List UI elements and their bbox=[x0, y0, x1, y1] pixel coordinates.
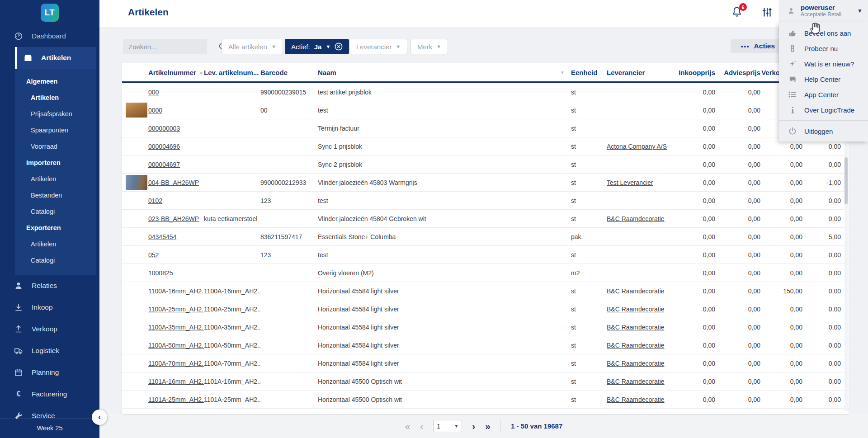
sidebar-subitem-artikelen[interactable]: Artikelen bbox=[15, 89, 96, 106]
user-menu-button[interactable]: poweruser Acceptatie Retail ▼ bbox=[779, 0, 868, 22]
search-input[interactable] bbox=[128, 43, 218, 51]
supplier-link[interactable]: B&C Raamdecoratie bbox=[607, 324, 665, 331]
table-row[interactable]: 1100A-70mm_AH2...1100A-70mm_AH2...Horizo… bbox=[122, 354, 849, 372]
clear-filter-icon[interactable] bbox=[335, 42, 343, 51]
table-row[interactable]: 1100A-25mm_AH2...1100A-25mm_AH2...Horizo… bbox=[122, 300, 849, 318]
sidebar-section-header: Importeren bbox=[15, 155, 96, 171]
article-number-link[interactable]: 1101A-25mm_AH2... bbox=[148, 396, 204, 403]
article-number-link[interactable]: 1100A-16mm_AH2... bbox=[148, 287, 204, 295]
supplier-link[interactable]: B&C Raamdecoratie bbox=[607, 360, 665, 367]
column-header-lev[interactable]: Lev. artikelnum... bbox=[204, 69, 260, 76]
sidebar-item-relaties[interactable]: Relaties bbox=[0, 275, 99, 297]
sidebar-subitem-catalogi[interactable]: Catalogi bbox=[15, 252, 96, 268]
sidebar-collapse-button[interactable]: ‹ bbox=[92, 410, 107, 425]
table-row[interactable]: 04345454836211597417Essentials Stone+ Co… bbox=[122, 228, 849, 246]
notifications-button[interactable]: 6 bbox=[731, 6, 743, 19]
column-header-sup[interactable]: Leverancier bbox=[607, 69, 678, 76]
article-number-link[interactable]: 0000 bbox=[148, 107, 162, 114]
sidebar-item-inkoop[interactable]: Inkoop bbox=[0, 297, 99, 318]
sidebar-item-planning[interactable]: Planning bbox=[0, 362, 99, 383]
sidebar-item-facturering[interactable]: €Facturering bbox=[0, 383, 99, 405]
column-header-een[interactable]: Eenheid bbox=[571, 69, 607, 76]
article-number-link[interactable]: 000000003 bbox=[148, 125, 180, 132]
supplier-link[interactable]: B&C Raamdecoratie bbox=[607, 287, 665, 295]
article-number-link[interactable]: 023-BB_AH26WP bbox=[148, 215, 199, 222]
supplier-link[interactable]: Actona Company A/S bbox=[607, 143, 667, 150]
previous-page-icon[interactable]: ‹ bbox=[420, 421, 423, 431]
page-select[interactable]: 1 ▼ bbox=[433, 420, 462, 432]
supplier-link[interactable]: Test Leverancier bbox=[607, 179, 653, 186]
table-row[interactable]: 000004696Sync 1 prijsblokstActona Compan… bbox=[122, 137, 849, 155]
filter-brand[interactable]: Merk ▼ bbox=[410, 39, 448, 54]
supplier-link[interactable]: B&C Raamdecoratie bbox=[607, 306, 665, 313]
table-row[interactable]: 1101A-16mm_AH2...1101A-16mm_AH2...Horizo… bbox=[122, 372, 849, 391]
sidebar-subitem-artikelen[interactable]: Artikelen bbox=[15, 171, 96, 187]
sidebar-item-dashboard[interactable]: Dashboard bbox=[0, 25, 99, 47]
column-filter-icon[interactable]: ▼ bbox=[560, 70, 565, 75]
filter-all-articles[interactable]: Alle artikelen ▼ bbox=[222, 39, 283, 54]
article-number-link[interactable]: 1100A-50mm_AH2... bbox=[148, 342, 204, 349]
sidebar-subitem-voorraad[interactable]: Voorraad bbox=[15, 138, 96, 155]
sidebar-item-logistiek[interactable]: Logistiek bbox=[0, 340, 99, 362]
article-number-link[interactable]: 04345454 bbox=[148, 233, 176, 240]
table-row[interactable]: 0009900000239015test artikel prijsblokst… bbox=[122, 83, 849, 101]
table-row[interactable]: 000004697Sync 2 prijsblokst0,000,000,000… bbox=[122, 155, 849, 174]
article-number-link[interactable]: 0102 bbox=[148, 197, 162, 204]
column-header-n1[interactable]: Inkoopprijs bbox=[678, 69, 715, 76]
sidebar-item-artikelen[interactable]: Artikelen bbox=[15, 47, 96, 69]
article-number-link[interactable]: 052 bbox=[148, 251, 159, 259]
sidebar-item-verkoop[interactable]: Verkoop bbox=[0, 318, 99, 340]
menu-item-beveel-ons-aan[interactable]: Beveel ons aan bbox=[779, 25, 868, 41]
sidebar-subitem-bestanden[interactable]: Bestanden bbox=[15, 187, 96, 203]
table-row[interactable]: 1101A-25mm_AH2...1101A-25mm_AH2...Horizo… bbox=[122, 391, 849, 409]
table-settings-button[interactable] bbox=[761, 6, 773, 18]
table-row[interactable]: 0102123testst0,000,000,000,00 bbox=[122, 192, 849, 210]
column-header-n2[interactable]: Adviesprijs bbox=[715, 69, 760, 76]
table-row[interactable]: 000000testst0,000,000,000,00 bbox=[122, 101, 849, 119]
menu-item-over-logictrade[interactable]: Over LogicTrade bbox=[779, 102, 868, 118]
article-number-link[interactable]: 1100A-35mm_AH2... bbox=[148, 324, 204, 331]
column-header-naam[interactable]: Naam▼ bbox=[318, 69, 571, 76]
supplier-link[interactable]: B&C Raamdecoratie bbox=[607, 396, 665, 403]
last-page-icon[interactable]: » bbox=[485, 421, 491, 431]
supplier-link[interactable]: B&C Raamdecoratie bbox=[607, 342, 665, 349]
menu-item-probeer-nu[interactable]: Probeer nu bbox=[779, 41, 868, 56]
logicTrade-logo[interactable]: LT bbox=[41, 4, 59, 22]
menu-item-app-center[interactable]: App Center bbox=[779, 87, 868, 102]
article-number-link[interactable]: 1101A-16mm_AH2... bbox=[148, 378, 204, 385]
table-row[interactable]: 1100A-50mm_AH2...1100A-50mm_AH2...Horizo… bbox=[122, 336, 849, 354]
sidebar-subitem-prijsafspraken[interactable]: Prijsafspraken bbox=[15, 106, 96, 122]
article-number-link[interactable]: 000004696 bbox=[148, 143, 180, 150]
next-page-icon[interactable]: › bbox=[472, 421, 475, 431]
search-box[interactable] bbox=[123, 39, 207, 54]
table-row[interactable]: 1100A-35mm_AH2...1100A-35mm_AH2...Horizo… bbox=[122, 318, 849, 336]
table-row[interactable]: 1000825Overig vloeren (M2)m20,000,000,00… bbox=[122, 264, 849, 282]
vertical-scrollbar-thumb[interactable] bbox=[844, 157, 848, 204]
article-number-link[interactable]: 1000825 bbox=[148, 269, 173, 277]
first-page-icon[interactable]: « bbox=[405, 421, 410, 431]
article-number-link[interactable]: 000004697 bbox=[148, 161, 180, 168]
table-row[interactable]: 1100A-16mm_AH2...1100A-16mm_AH2...Horizo… bbox=[122, 282, 849, 300]
sort-icon[interactable]: ▼ bbox=[199, 71, 203, 76]
actions-button[interactable]: ••• Acties bbox=[731, 39, 785, 53]
article-number-link[interactable]: 1100A-70mm_AH2... bbox=[148, 360, 204, 367]
column-header-art[interactable]: Artikelnummer▼ bbox=[148, 69, 204, 76]
supplier-link[interactable]: B&C Raamdecoratie bbox=[607, 215, 665, 222]
table-row[interactable]: 052123testst0,000,000,000,00 bbox=[122, 246, 849, 264]
filter-active-chip[interactable]: Actief: Ja ▼ bbox=[285, 39, 349, 54]
table-row[interactable]: 004-BB_AH26WP9900000212933Vlinder jaloez… bbox=[122, 174, 849, 192]
menu-item-wat-is-er-nieuw-[interactable]: Wat is er nieuw? bbox=[779, 56, 868, 71]
sidebar-subitem-catalogi[interactable]: Catalogi bbox=[15, 203, 96, 220]
article-number-link[interactable]: 1100A-25mm_AH2... bbox=[148, 306, 204, 313]
filter-supplier[interactable]: Leverancier ▼ bbox=[349, 39, 407, 54]
sidebar-subitem-spaarpunten[interactable]: Spaarpunten bbox=[15, 122, 96, 138]
menu-item-help-center[interactable]: Help Center bbox=[779, 71, 868, 87]
sidebar-subitem-artikelen[interactable]: Artikelen bbox=[15, 236, 96, 252]
article-number-link[interactable]: 004-BB_AH26WP bbox=[148, 179, 199, 186]
table-row[interactable]: 023-BB_AH26WPkuta eetkamerstoelVlinder j… bbox=[122, 210, 849, 228]
supplier-link[interactable]: B&C Raamdecoratie bbox=[607, 378, 665, 385]
menu-item-uitloggen[interactable]: Uitloggen bbox=[779, 123, 868, 139]
table-row[interactable]: 000000003Termijn factuurst0,000,000,000,… bbox=[122, 119, 849, 137]
article-number-link[interactable]: 000 bbox=[148, 89, 159, 96]
column-header-bar[interactable]: Barcode bbox=[260, 69, 318, 76]
